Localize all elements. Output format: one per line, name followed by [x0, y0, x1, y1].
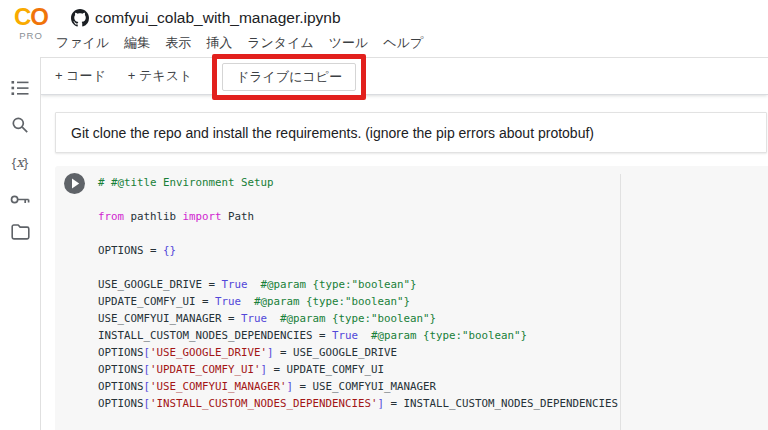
colab-logo-mark: CO: [10, 5, 52, 29]
code-line: INSTALL_CUSTOM_NODES_DEPENDENCIES = True…: [98, 327, 618, 344]
code-line: # #@title Environment Setup: [98, 174, 618, 191]
menu-item-edit[interactable]: 編集: [123, 32, 151, 54]
code-line: OPTIONS['UPDATE_COMFY_UI'] = UPDATE_COMF…: [98, 361, 618, 378]
code-line: [98, 191, 618, 208]
cell-toolbar: + コード + テキスト: [40, 57, 768, 95]
folder-icon: [11, 224, 30, 240]
variables-icon: {x}: [12, 154, 29, 170]
annotation-red-box: ドライブにコピー: [212, 54, 366, 100]
table-of-contents-icon: [11, 80, 29, 96]
sidebar-item-search[interactable]: [6, 113, 34, 137]
key-icon: [10, 193, 30, 206]
menubar: ファイル編集表示挿入ランタイムツールヘルプ: [55, 33, 424, 53]
code-line: USE_COMFYUI_MANAGER = True #@param {type…: [98, 310, 618, 327]
pro-badge: PRO: [10, 30, 52, 41]
code-line: OPTIONS = {}: [98, 242, 618, 259]
sidebar-item-files[interactable]: [6, 220, 34, 244]
code-line: UPDATE_COMFY_UI = True #@param {type:"bo…: [98, 293, 618, 310]
form-panel-divider: [620, 174, 621, 430]
menu-item-tools[interactable]: ツール: [328, 32, 370, 54]
code-cell[interactable]: # #@title Environment Setupfrom pathlib …: [55, 166, 768, 430]
code-editor[interactable]: # #@title Environment Setupfrom pathlib …: [98, 174, 618, 412]
menu-item-file[interactable]: ファイル: [55, 32, 110, 54]
notebook-title[interactable]: comfyui_colab_with_manager.ipynb: [95, 9, 341, 27]
sidebar-item-variables[interactable]: {x}: [6, 150, 34, 174]
sidebar-item-secrets[interactable]: [6, 187, 34, 211]
copy-to-drive-button[interactable]: ドライブにコピー: [222, 63, 356, 91]
code-line: from pathlib import Path: [98, 208, 618, 225]
github-icon[interactable]: [71, 9, 89, 27]
menu-item-insert[interactable]: 挿入: [205, 32, 233, 54]
logo-letter-c: C: [14, 3, 30, 30]
code-line: USE_GOOGLE_DRIVE = True #@param {type:"b…: [98, 276, 618, 293]
menu-item-view[interactable]: 表示: [164, 32, 192, 54]
search-icon: [11, 116, 29, 134]
sidebar-item-toc[interactable]: [6, 76, 34, 100]
colab-pro-logo[interactable]: CO PRO: [10, 5, 52, 41]
code-line: OPTIONS['USE_COMFYUI_MANAGER'] = USE_COM…: [98, 378, 618, 395]
code-line: OPTIONS['INSTALL_CUSTOM_NODES_DEPENDENCI…: [98, 395, 618, 412]
menu-item-help[interactable]: ヘルプ: [382, 32, 424, 54]
left-sidebar: {x}: [0, 57, 40, 430]
code-line: OPTIONS['USE_GOOGLE_DRIVE'] = USE_GOOGLE…: [98, 344, 618, 361]
sidebar-divider: [40, 57, 41, 430]
logo-letter-o: O: [30, 3, 48, 30]
play-icon: [64, 173, 85, 194]
code-line: [98, 225, 618, 242]
run-cell-button[interactable]: [64, 173, 85, 194]
colab-window: CO PRO comfyui_colab_with_manager.ipynb …: [0, 0, 768, 430]
menu-item-runtime[interactable]: ランタイム: [246, 32, 315, 54]
add-code-button[interactable]: + コード: [55, 67, 106, 85]
add-text-button[interactable]: + テキスト: [128, 67, 192, 85]
markdown-cell[interactable]: Git clone the repo and install the requi…: [55, 112, 767, 153]
code-line: [98, 259, 618, 276]
markdown-cell-text: Git clone the repo and install the requi…: [56, 125, 594, 141]
